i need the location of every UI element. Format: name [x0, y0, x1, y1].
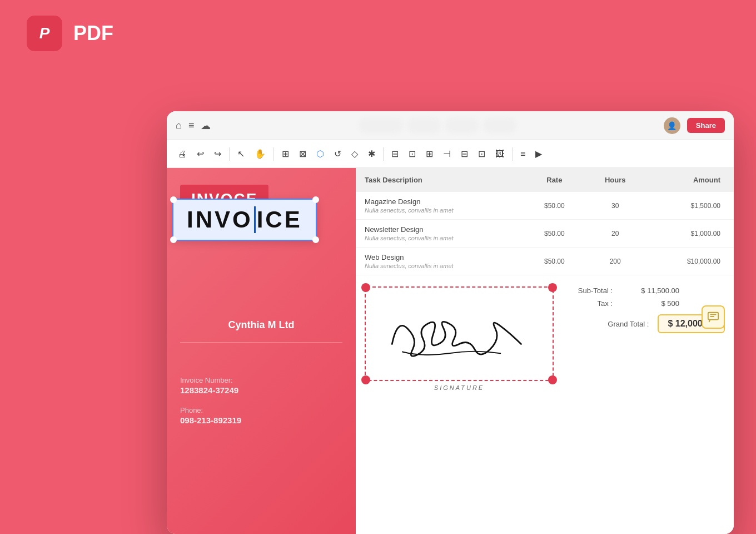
invoice-table: Task Description Rate Hours Amount Magaz…	[356, 168, 734, 275]
divider-2	[273, 147, 274, 161]
insert-icon[interactable]: ⊟	[459, 146, 470, 161]
task-title-1: Magazine Design	[365, 197, 515, 206]
next-icon[interactable]: ▶	[533, 146, 544, 161]
tax-value: $ 500	[624, 299, 679, 308]
hours-3: 200	[585, 248, 646, 275]
tab-4[interactable]	[483, 118, 516, 134]
rate-1: $50.00	[524, 192, 585, 220]
totals-area: Sub-Total : $ 11,500.00 Tax : $ 500 Gran…	[563, 281, 734, 368]
tax-label: Tax :	[563, 299, 613, 308]
invoice-edit-box[interactable]: INVO ICE	[172, 199, 317, 241]
compare-icon[interactable]: ⊞	[424, 146, 435, 161]
comment-icon	[707, 311, 719, 323]
handle-top-right[interactable]	[312, 196, 319, 203]
share-button[interactable]: Share	[687, 118, 725, 133]
task-desc-2: Nulla senectus, convallis in amet	[365, 235, 515, 241]
col-hours: Hours	[585, 168, 646, 192]
invoice-text-before: INVO	[187, 206, 253, 233]
col-task: Task Description	[356, 168, 524, 192]
table-row: Web Design Nulla senectus, convallis in …	[356, 248, 734, 275]
logo-letter: P	[39, 24, 50, 42]
col-amount: Amount	[646, 168, 734, 192]
cloud-icon[interactable]: ☁	[201, 120, 211, 132]
invoice-text-after: ICE	[257, 206, 302, 233]
handle-bottom-right[interactable]	[312, 236, 319, 243]
grand-total-row: Grand Total : $ 12,000.00	[563, 314, 725, 333]
tax-row: Tax : $ 500	[563, 299, 725, 308]
amount-3: $10,000.00	[646, 248, 734, 275]
divider-1	[229, 147, 230, 161]
task-title-3: Web Design	[365, 253, 515, 261]
svg-rect-0	[708, 313, 718, 320]
comment-icon-button[interactable]	[702, 305, 725, 329]
phone-label: Phone:	[180, 406, 342, 414]
app-title: PDF	[73, 22, 113, 45]
rate-2: $50.00	[524, 220, 585, 248]
undo-icon[interactable]: ↩	[195, 146, 206, 161]
crop-icon[interactable]: ⊠	[297, 146, 309, 161]
invoice-number-label: Invoice Number:	[180, 376, 342, 384]
home-icon[interactable]: ⌂	[176, 120, 182, 131]
task-cell-2: Newsletter Design Nulla senectus, conval…	[356, 220, 524, 248]
split-icon[interactable]: ⊟	[389, 146, 401, 161]
logo-box: P	[27, 16, 62, 51]
right-panel: Task Description Rate Hours Amount Magaz…	[356, 168, 734, 534]
menu-icon[interactable]: ≡	[188, 120, 195, 131]
subtotal-value: $ 11,500.00	[624, 286, 679, 295]
dot-tr	[548, 283, 557, 292]
subtotal-label: Sub-Total :	[563, 286, 613, 295]
bottom-area: SIGNATURE Sub-Total : $ 11,500.00 Tax : …	[356, 275, 734, 402]
left-panel-inner: INVOCE INVO ICE Cynthia M Ltd	[167, 168, 356, 453]
hours-2: 20	[585, 220, 646, 248]
handle-bottom-left[interactable]	[170, 236, 177, 243]
tab-3[interactable]	[445, 118, 479, 134]
company-name: Cynthia M Ltd	[180, 319, 342, 331]
grand-total-label: Grand Total :	[608, 320, 649, 328]
toolbar: 🖨 ↩ ↪ ↖ ✋ ⊞ ⊠ ⬡ ↺ ◇ ✱ ⊟ ⊡ ⊞ ⊣ ⊟ ⊡ 🖼 ≡ ▶	[167, 140, 734, 168]
table-body: Magazine Design Nulla senectus, convalli…	[356, 192, 734, 275]
amount-1: $1,500.00	[646, 192, 734, 220]
print-icon[interactable]: 🖨	[176, 147, 189, 161]
rate-3: $50.00	[524, 248, 585, 275]
hours-1: 30	[585, 192, 646, 220]
table-row: Newsletter Design Nulla senectus, conval…	[356, 220, 734, 248]
add-image-icon[interactable]: ⊞	[280, 146, 291, 161]
signature-svg	[381, 298, 537, 370]
signature-label: SIGNATURE	[365, 384, 554, 391]
table-header: Task Description Rate Hours Amount	[356, 168, 734, 192]
extract-icon[interactable]: ⊣	[441, 146, 453, 161]
subtotal-row: Sub-Total : $ 11,500.00	[563, 286, 725, 295]
tab-1[interactable]	[359, 118, 403, 134]
browser-window: ⌂ ≡ ☁ 👤 Share 🖨 ↩ ↪ ↖ ✋ ⊞ ⊠ ⬡ ↺ ◇ ✱ ⊟ ⊡ …	[167, 111, 734, 534]
fullscreen-icon[interactable]: ⊡	[406, 146, 418, 161]
phone-value: 098-213-892319	[180, 416, 342, 425]
list-icon[interactable]: ≡	[518, 147, 528, 161]
handle-top-left[interactable]	[170, 196, 177, 203]
tab-2[interactable]	[407, 118, 441, 134]
task-title-2: Newsletter Design	[365, 225, 515, 234]
task-desc-3: Nulla senectus, convallis in amet	[365, 263, 515, 269]
cursor-icon[interactable]: ↖	[235, 146, 247, 161]
signature-box	[365, 286, 554, 381]
user-avatar[interactable]: 👤	[664, 117, 680, 134]
dot-br	[548, 375, 557, 384]
divider-line	[180, 342, 342, 343]
erase-icon[interactable]: ◇	[349, 146, 360, 161]
star-icon[interactable]: ✱	[366, 146, 377, 161]
divider-3	[383, 147, 384, 161]
dot-tl	[361, 283, 370, 292]
redo-icon[interactable]: ↪	[212, 146, 223, 161]
invoice-number-value: 1283824-37249	[180, 385, 342, 395]
text-cursor	[254, 206, 256, 233]
task-desc-1: Nulla senectus, convallis in amet	[365, 207, 515, 214]
browser-tabs	[217, 118, 656, 134]
col-rate: Rate	[524, 168, 585, 192]
content-area: INVOCE INVO ICE Cynthia M Ltd	[167, 168, 734, 534]
photo-icon[interactable]: 🖼	[493, 147, 506, 161]
hand-icon[interactable]: ✋	[252, 146, 268, 161]
task-cell-1: Magazine Design Nulla senectus, convalli…	[356, 192, 524, 220]
replace-icon[interactable]: ⊡	[476, 146, 488, 161]
amount-2: $1,000.00	[646, 220, 734, 248]
shape-icon[interactable]: ⬡	[314, 146, 326, 161]
rotate-icon[interactable]: ↺	[332, 146, 344, 161]
